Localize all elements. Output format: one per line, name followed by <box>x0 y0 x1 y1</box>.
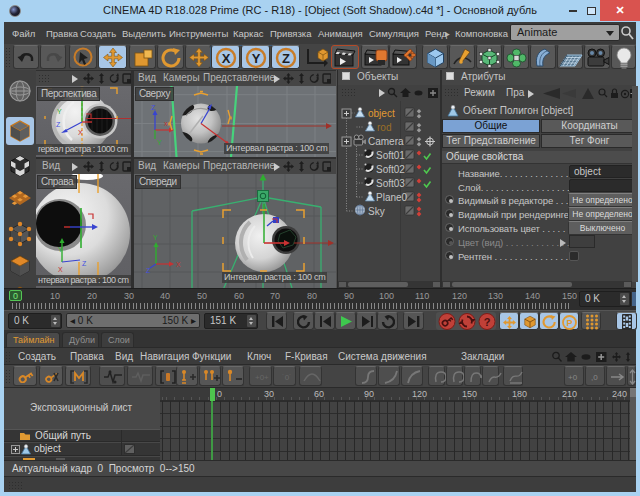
svg-text:Z: Z <box>146 267 151 274</box>
svg-text:Y: Y <box>58 246 63 253</box>
svg-text:+0: +0 <box>568 373 578 382</box>
svg-text:Y: Y <box>153 234 158 241</box>
svg-text:Z: Z <box>282 51 290 66</box>
svg-text:X: X <box>222 51 231 66</box>
svg-text:?: ? <box>484 316 491 328</box>
svg-text:Y: Y <box>57 108 62 115</box>
svg-text:Z: Z <box>82 260 87 267</box>
svg-text:Z: Z <box>151 104 156 111</box>
svg-text:Y: Y <box>157 139 162 146</box>
svg-text:+0+: +0+ <box>255 373 269 382</box>
svg-text:Z: Z <box>56 121 61 128</box>
svg-text:P: P <box>566 318 572 328</box>
svg-text:˙0˙: ˙0˙ <box>282 373 292 382</box>
svg-text:x: x <box>164 120 168 127</box>
svg-text:X: X <box>176 261 181 268</box>
svg-text:Y: Y <box>252 51 261 66</box>
svg-text:X: X <box>58 266 63 273</box>
svg-text:X: X <box>78 129 83 136</box>
svg-text:,0: ,0 <box>591 373 598 382</box>
